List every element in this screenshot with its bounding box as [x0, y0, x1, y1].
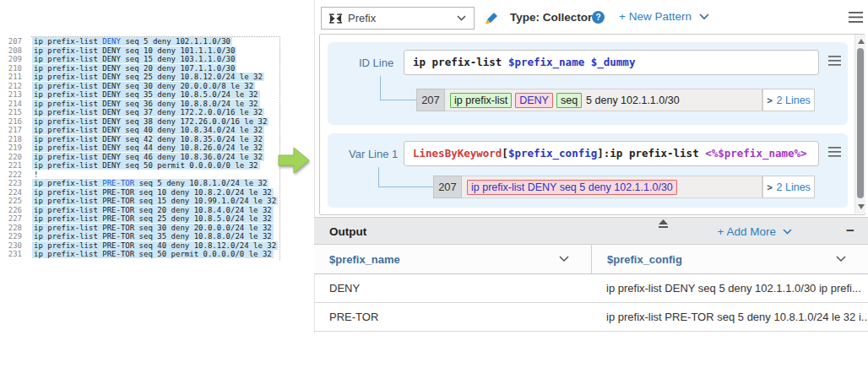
line-number: 216 [3, 117, 22, 127]
code-line: 215ip prefix-list DENY seq 37 deny 172.2… [3, 108, 278, 117]
code-text: ip prefix-list DENY seq 50 permit 0.0.0.… [32, 161, 260, 170]
line-number: 222 [3, 170, 22, 180]
code-text: ip prefix-list PRE-TOR seq 35 deny 10.8.… [32, 232, 274, 241]
id-line-connector [380, 76, 416, 100]
code-line: 221ip prefix-list DENY seq 50 permit 0.0… [3, 161, 278, 170]
code-text: ip prefix-list DENY seq 44 deny 10.8.26.… [32, 143, 264, 152]
line-number: 223 [3, 179, 22, 188]
cell-prefix-name: DENY [314, 274, 591, 302]
code-text: ip prefix-list DENY seq 10 deny 101.1.1.… [32, 46, 236, 55]
pattern-segment-var: $prefix_config [508, 147, 597, 160]
code-keyword: DENY [102, 37, 121, 46]
code-text: ! [32, 170, 40, 179]
type-label: Type: Collector [510, 11, 592, 24]
line-number: 210 [3, 64, 22, 73]
code-line: 231ip prefix-list PRE-TOR seq 50 permit … [3, 250, 278, 259]
column-header-prefix-name[interactable]: $prefix_name [314, 245, 591, 273]
pattern-segment-var: $_dummy [591, 56, 636, 68]
menu-icon[interactable] [849, 12, 863, 23]
line-number: 229 [3, 232, 22, 241]
code-text: ip prefix-list DENY seq 42 deny 10.8.35.… [32, 135, 264, 143]
code-line: 217ip prefix-list DENY seq 40 deny 10.8.… [3, 126, 278, 135]
code-line: 225ip prefix-list PRE-TOR seq 15 deny 10… [3, 197, 278, 206]
code-text: ip prefix-list PRE-TOR seq 5 deny 10.8.1… [32, 179, 269, 187]
code-text: ip prefix-list DENY seq 15 deny 103.1.1.… [32, 55, 236, 63]
var-line-label: Var Line 1 [349, 148, 398, 160]
output-table-header: $prefix_name $prefix_config [314, 245, 868, 274]
code-text: ip prefix-list DENY seq 5 deny 102.1.1.0… [32, 37, 232, 46]
code-text: ip prefix-list PRE-TOR seq 20 deny 10.8.… [32, 206, 274, 214]
output-header: Output + Add More − [314, 217, 868, 245]
cell-prefix-config: ip prefix-list DENY seq 5 deny 102.1.1.0… [591, 274, 868, 302]
id-line-menu-icon[interactable] [828, 56, 841, 66]
chevron-down-icon [457, 15, 466, 21]
pattern-segment-tpl: <%$prefix_name%> [705, 147, 806, 160]
add-more-label: + Add More [718, 225, 776, 238]
editor-scrollbar[interactable] [854, 35, 865, 214]
output-table-body: DENYip prefix-list DENY seq 5 deny 102.1… [314, 274, 868, 332]
code-text: ip prefix-list DENY seq 35 deny 10.8.5.0… [32, 90, 260, 99]
id-line-pattern-input[interactable]: ip prefix-list $prefix_name $_dummy [404, 50, 819, 75]
code-line: 219ip prefix-list DENY seq 44 deny 10.8.… [3, 143, 278, 153]
sample-token-capture: DENY [515, 93, 553, 108]
cell-prefix-config: ip prefix-list PRE-TOR seq 5 deny 10.8.1… [591, 303, 868, 331]
code-line: 230ip prefix-list PRE-TOR seq 40 deny 10… [3, 241, 278, 251]
table-row[interactable]: PRE-TORip prefix-list PRE-TOR seq 5 deny… [314, 303, 868, 332]
var-line-connector [378, 167, 433, 187]
sample-token-plain: 5 deny 102.1.1.0/30 [585, 94, 681, 107]
code-line: 207ip prefix-list DENY seq 5 deny 102.1.… [3, 37, 278, 46]
scrollbar-thumb[interactable] [857, 48, 864, 198]
help-icon[interactable]: ? [592, 11, 605, 24]
line-number: 207 [3, 37, 22, 46]
table-row[interactable]: DENYip prefix-list DENY seq 5 deny 102.1… [314, 274, 868, 303]
collapse-panel-icon[interactable] [658, 219, 669, 229]
id-sample-line-number: 207 [416, 89, 445, 111]
pattern-icon [329, 14, 342, 24]
sample-token-match: ip prefix-list [450, 93, 512, 108]
code-line: 210ip prefix-list DENY seq 20 deny 107.1… [3, 64, 278, 73]
code-line: 229ip prefix-list PRE-TOR seq 35 deny 10… [3, 232, 278, 241]
line-number: 211 [3, 73, 22, 82]
id-expand-lines-button[interactable]: > 2 Lines [762, 89, 815, 111]
line-number: 227 [3, 214, 22, 224]
code-line: 224ip prefix-list PRE-TOR seq 10 deny 10… [3, 188, 278, 197]
column-header-prefix-config[interactable]: $prefix_config [591, 245, 868, 273]
minimize-button[interactable]: − [846, 218, 854, 244]
id-line-label: ID Line [359, 57, 393, 69]
code-line: 222! [3, 170, 278, 180]
var-expand-lines-button[interactable]: > 2 Lines [762, 176, 815, 198]
code-text: ip prefix-list PRE-TOR seq 25 deny 10.8.… [32, 214, 274, 223]
scroll-down-icon[interactable] [858, 204, 865, 209]
line-number: 221 [3, 161, 22, 170]
add-more-button[interactable]: + Add More [718, 218, 792, 246]
pattern-segment-plain: ]:ip prefix-list [597, 147, 705, 160]
code-line: 208ip prefix-list DENY seq 10 deny 101.1… [3, 46, 278, 56]
line-number: 220 [3, 153, 22, 162]
expand-lines-label: 2 Lines [777, 95, 811, 106]
var-line-pattern-input[interactable]: LinesByKeyword[$prefix_config]:ip prefix… [404, 141, 819, 166]
line-number: 224 [3, 188, 22, 197]
scroll-up-icon[interactable] [858, 39, 865, 44]
expand-lines-label: 2 Lines [777, 181, 811, 193]
output-title: Output [329, 218, 366, 246]
line-number: 209 [3, 55, 22, 64]
code-text: ip prefix-list DENY seq 25 deny 10.8.12.… [32, 73, 264, 81]
config-code-pane[interactable]: 207ip prefix-list DENY seq 5 deny 102.1.… [3, 37, 278, 259]
flow-arrow-icon [278, 144, 310, 176]
pattern-select-value: Prefix [348, 12, 451, 24]
var-line-menu-icon[interactable] [828, 147, 841, 157]
pattern-select[interactable]: Prefix [321, 7, 475, 30]
code-keyword: PRE-TOR [102, 179, 134, 187]
line-number: 225 [3, 197, 22, 206]
screenshot-root: 207ip prefix-list DENY seq 5 deny 102.1.… [0, 0, 868, 384]
pattern-segment-plain [584, 56, 591, 68]
code-text: ip prefix-list DENY seq 30 deny 20.0.0.0… [32, 82, 255, 90]
code-text: ip prefix-list DENY seq 38 deny 172.26.0… [32, 117, 269, 126]
new-pattern-button[interactable]: + New Pattern [619, 10, 709, 23]
sample-token-capture: ip prefix-list DENY seq 5 deny 102.1.1.0… [467, 180, 677, 195]
edit-pencil-icon[interactable] [483, 11, 499, 26]
pattern-segment-plain: ip prefix-list [413, 56, 508, 68]
code-text: ip prefix-list PRE-TOR seq 40 deny 10.8.… [32, 241, 278, 250]
code-text: ip prefix-list DENY seq 46 deny 10.8.36.… [32, 153, 264, 161]
line-number: 208 [3, 46, 22, 56]
